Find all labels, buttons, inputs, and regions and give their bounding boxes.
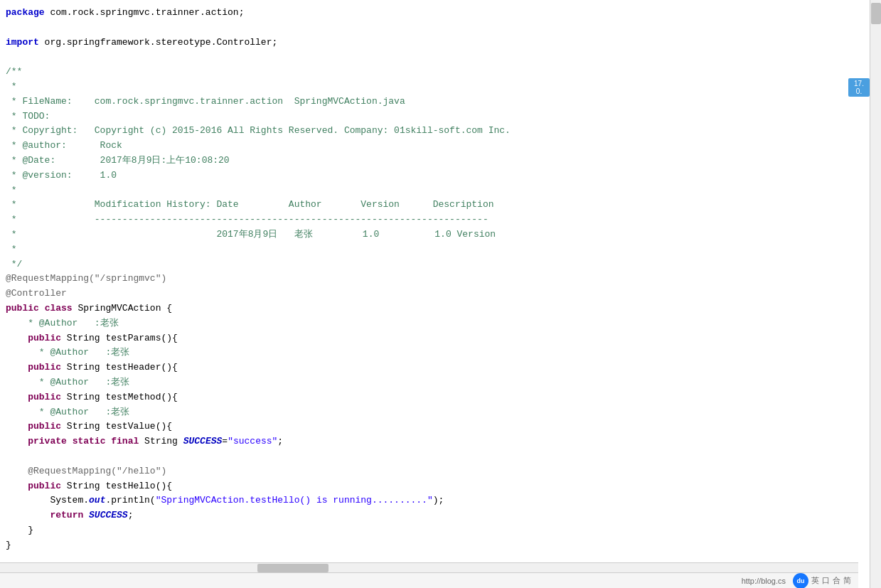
code-token: private [28, 434, 67, 449]
code-line: @Controller [6, 287, 870, 301]
code-line: public String testHeader(){ [6, 360, 870, 375]
code-token: public [28, 331, 61, 346]
status-icon-mouth[interactable]: 口 [822, 575, 830, 586]
code-token: * @author: Rock [6, 139, 122, 154]
code-token: * [6, 242, 17, 257]
code-area[interactable]: package com.rock.springmvc.trainner.acti… [0, 0, 870, 588]
vertical-scrollbar-thumb[interactable] [871, 3, 881, 24]
vertical-scrollbar[interactable] [870, 0, 881, 588]
code-token: * @Author :老张 [6, 316, 119, 331]
code-line: System.out.println("SpringMVCAction.test… [6, 493, 870, 508]
code-token [6, 419, 28, 434]
code-token: String testHeader(){ [61, 360, 178, 375]
horizontal-scrollbar[interactable] [0, 562, 858, 572]
code-token: * [6, 80, 17, 95]
code-line: public String testHello(){ [6, 479, 870, 494]
code-line: * [6, 242, 870, 257]
code-line: * Copyright: Copyright (c) 2015-2016 All… [6, 124, 870, 139]
code-line: } [6, 523, 870, 538]
code-line: * --------------------------------------… [6, 213, 870, 228]
code-token: * @Author :老张 [6, 405, 129, 420]
status-url: http://blog.cs [742, 577, 786, 585]
code-token: @RequestMapping("/springmvc") [6, 272, 166, 287]
code-token: @RequestMapping("/hello") [6, 464, 166, 479]
code-token: * Modification History: Date Author Vers… [6, 198, 494, 213]
code-line: * FileName: com.rock.springmvc.trainner.… [6, 95, 870, 109]
code-token: out [89, 493, 105, 508]
code-line: * TODO: [6, 109, 870, 124]
code-line: * @Author :老张 [6, 346, 870, 360]
code-token: "SpringMVCAction.testHello() is running.… [156, 493, 433, 508]
status-icon-simple[interactable]: 简 [843, 575, 851, 586]
code-token: public [6, 301, 39, 316]
code-token [39, 301, 45, 316]
code-line: * 2017年8月9日 老张 1.0 1.0 Version [6, 228, 870, 242]
code-line: import org.springframework.stereotype.Co… [6, 36, 870, 50]
code-token: return [50, 508, 83, 523]
code-token [6, 390, 28, 405]
code-token: ; [277, 434, 283, 449]
code-line: * @Date: 2017年8月9日:上午10:08:20 [6, 154, 870, 169]
code-token: public [28, 390, 61, 405]
code-token: * FileName: com.rock.springmvc.trainner.… [6, 95, 405, 109]
code-token [6, 479, 28, 494]
du-icon: du [793, 573, 808, 589]
code-line: * [6, 183, 870, 198]
code-line: public class SpringMVCAction { [6, 301, 870, 316]
code-token: .println( [105, 493, 155, 508]
code-token: com.rock.springmvc.trainner.action; [45, 6, 245, 21]
code-token [6, 434, 28, 449]
code-line: @RequestMapping("/springmvc") [6, 272, 870, 287]
code-line: } [6, 538, 870, 553]
horizontal-scrollbar-thumb[interactable] [257, 564, 329, 572]
code-token: SUCCESS [183, 434, 223, 449]
code-token [83, 508, 89, 523]
code-token: String testValue(){ [61, 419, 172, 434]
code-token: public [28, 479, 61, 494]
code-line: @RequestMapping("/hello") [6, 464, 870, 479]
code-line: public String testValue(){ [6, 419, 870, 434]
code-token: } [6, 523, 33, 538]
code-line [6, 50, 870, 65]
code-token: @Controller [6, 287, 67, 301]
code-token: * 2017年8月9日 老张 1.0 1.0 Version [6, 228, 496, 242]
code-line: * @Author :老张 [6, 405, 870, 420]
badge-line1: 17. [851, 80, 867, 87]
code-token: * @version: 1.0 [6, 169, 117, 183]
code-token [6, 331, 28, 346]
code-token: * @Author :老张 [6, 375, 129, 390]
code-line: * @version: 1.0 [6, 169, 870, 183]
code-token: * TODO: [6, 109, 50, 124]
code-line [6, 21, 870, 36]
badge-line2: 0. [851, 87, 867, 95]
code-token: class [45, 301, 73, 316]
code-token: * [6, 183, 17, 198]
code-token: final [111, 434, 139, 449]
code-line [6, 449, 870, 464]
code-line: * Modification History: Date Author Vers… [6, 198, 870, 213]
status-icon-combine[interactable]: 合 [833, 575, 840, 586]
code-line: * @Author :老张 [6, 375, 870, 390]
code-token: ); [433, 493, 444, 508]
code-token: "success" [228, 434, 277, 449]
code-token: ; [128, 508, 134, 523]
code-line: public String testParams(){ [6, 331, 870, 346]
code-token [67, 434, 73, 449]
code-token: org.springframework.stereotype.Controlle… [39, 36, 277, 50]
code-token: * Copyright: Copyright (c) 2015-2016 All… [6, 124, 511, 139]
code-line: return SUCCESS; [6, 508, 870, 523]
line-indicator-badge: 17. 0. [848, 78, 870, 97]
code-line: * [6, 80, 870, 95]
code-line: /** [6, 65, 870, 80]
code-token [6, 508, 50, 523]
code-token: import [6, 36, 39, 50]
status-icons: du 英 口 合 简 [793, 573, 851, 589]
code-line: */ [6, 257, 870, 272]
code-token: System. [6, 493, 89, 508]
code-token: String testHello(){ [61, 479, 172, 494]
code-token: SUCCESS [89, 508, 128, 523]
status-lang-en[interactable]: 英 [811, 575, 819, 586]
statusbar: http://blog.cs du 英 口 合 简 [0, 572, 858, 588]
editor-container: package com.rock.springmvc.trainner.acti… [0, 0, 881, 588]
code-token: } [6, 538, 11, 553]
